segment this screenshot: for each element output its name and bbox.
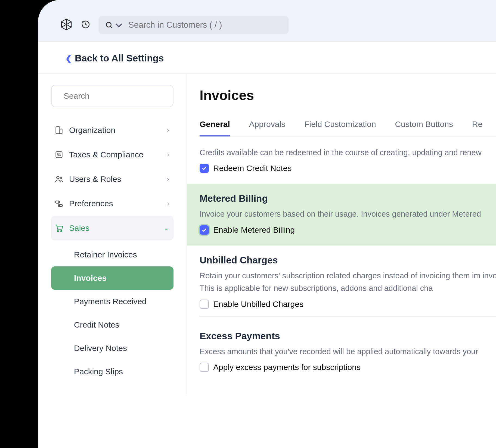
chevron-left-icon: ❮ [65, 54, 72, 63]
back-row: ❮ Back to All Settings [38, 42, 496, 74]
history-icon[interactable] [81, 20, 90, 30]
tabs: General Approvals Field Customization Cu… [200, 120, 496, 137]
settings-sidebar: Organization › % Taxes & Compliance › [38, 74, 187, 394]
sidebar-item-label: Taxes & Compliance [69, 150, 143, 159]
checkbox-label: Enable Unbilled Charges [213, 300, 303, 309]
tab-custom-buttons[interactable]: Custom Buttons [395, 120, 453, 136]
check-icon [201, 165, 207, 171]
svg-point-9 [60, 177, 62, 179]
global-search-input[interactable] [126, 20, 282, 30]
preferences-icon [54, 199, 64, 208]
section-unbilled-charges: Unbilled Charges Retain your customers' … [200, 245, 496, 328]
search-scope-dropdown[interactable] [105, 21, 123, 29]
sidebar-item-label: Organization [69, 126, 115, 135]
svg-text:%: % [57, 153, 61, 157]
svg-point-8 [57, 176, 59, 179]
section-desc: Credits available can be redeemed in the… [200, 146, 496, 159]
tab-related-lists[interactable]: Re [472, 120, 482, 136]
sidebar-search[interactable] [51, 85, 173, 107]
tab-approvals[interactable]: Approvals [249, 120, 285, 136]
section-desc: Excess amounts that you've recorded will… [200, 345, 496, 358]
checkbox-apply-excess-payments[interactable] [200, 363, 209, 372]
checkbox-enable-unbilled-charges[interactable] [200, 300, 209, 309]
sidebar-sub-packing-slips[interactable]: Packing Slips [51, 360, 173, 383]
sidebar-sub-payments-received[interactable]: Payments Received [51, 290, 173, 313]
app-logo-icon [60, 18, 73, 32]
tab-field-customization[interactable]: Field Customization [304, 120, 376, 136]
sidebar-item-preferences[interactable]: Preferences › [51, 191, 173, 216]
checkbox-label: Apply excess payments for subscriptions [213, 363, 361, 372]
sidebar-sub-delivery-notes[interactable]: Delivery Notes [51, 337, 173, 360]
sidebar-item-organization[interactable]: Organization › [51, 118, 173, 142]
sidebar-item-taxes[interactable]: % Taxes & Compliance › [51, 142, 173, 167]
svg-rect-5 [60, 129, 62, 134]
section-title: Metered Billing [200, 193, 496, 204]
checkbox-row-redeem-credit-notes[interactable]: Redeem Credit Notes [200, 164, 496, 173]
sidebar-item-label: Users & Roles [69, 175, 121, 184]
chevron-right-icon: › [167, 175, 169, 183]
sidebar-sub-retainer-invoices[interactable]: Retainer Invoices [51, 243, 173, 266]
svg-point-13 [58, 205, 60, 206]
svg-point-14 [57, 231, 58, 232]
sidebar-search-input[interactable] [64, 91, 167, 101]
chevron-down-icon [115, 21, 123, 29]
sidebar-sub-credit-notes[interactable]: Credit Notes [51, 313, 173, 337]
section-desc: Invoice your customers based on their us… [200, 208, 496, 220]
sidebar-item-label: Sales [69, 223, 89, 233]
checkbox-row-enable-metered-billing[interactable]: Enable Metered Billing [200, 225, 496, 235]
global-search[interactable] [98, 16, 289, 34]
app-window: ❮ Back to All Settings Organiz [38, 0, 496, 448]
sidebar-item-label: Preferences [69, 199, 113, 208]
section-credits: Credits available can be redeemed in the… [200, 137, 496, 184]
back-to-settings-link[interactable]: ❮ Back to All Settings [65, 53, 164, 64]
svg-point-15 [61, 231, 62, 232]
svg-rect-4 [56, 127, 60, 134]
taxes-icon: % [54, 150, 64, 159]
checkbox-label: Redeem Credit Notes [213, 164, 292, 173]
svg-line-1 [110, 26, 112, 28]
section-metered-billing: Metered Billing Invoice your customers b… [187, 184, 496, 245]
sidebar-item-users[interactable]: Users & Roles › [51, 167, 173, 191]
chevron-right-icon: › [167, 126, 169, 134]
chevron-down-icon: ⌄ [164, 224, 169, 232]
chevron-right-icon: › [167, 200, 169, 207]
main-content: Invoices General Approvals Field Customi… [187, 74, 496, 394]
back-label: Back to All Settings [75, 53, 164, 64]
checkbox-label: Enable Metered Billing [213, 225, 295, 235]
sidebar-sub-invoices[interactable]: Invoices [51, 266, 173, 290]
cart-icon [54, 223, 64, 233]
body: Organization › % Taxes & Compliance › [38, 74, 496, 394]
check-icon [201, 227, 207, 233]
organization-icon [54, 126, 64, 135]
checkbox-row-apply-excess-payments[interactable]: Apply excess payments for subscriptions [200, 363, 496, 372]
page-title: Invoices [200, 88, 496, 103]
checkbox-redeem-credit-notes[interactable] [200, 164, 209, 173]
svg-point-0 [106, 22, 111, 27]
sidebar-item-sales[interactable]: Sales ⌄ [51, 216, 173, 240]
section-excess-payments: Excess Payments Excess amounts that you'… [200, 328, 496, 383]
topbar [38, 0, 496, 42]
section-desc: Retain your customers' subscription rela… [200, 269, 496, 295]
chevron-right-icon: › [167, 151, 169, 158]
tab-general[interactable]: General [200, 120, 230, 136]
svg-point-11 [58, 201, 60, 203]
checkbox-enable-metered-billing[interactable] [200, 225, 209, 235]
search-icon [105, 21, 113, 29]
divider [200, 316, 496, 317]
checkbox-row-enable-unbilled-charges[interactable]: Enable Unbilled Charges [200, 300, 496, 309]
sidebar-sales-submenu: Retainer Invoices Invoices Payments Rece… [51, 243, 173, 383]
users-icon [54, 175, 64, 184]
section-title: Unbilled Charges [200, 255, 496, 266]
section-title: Excess Payments [200, 331, 496, 341]
